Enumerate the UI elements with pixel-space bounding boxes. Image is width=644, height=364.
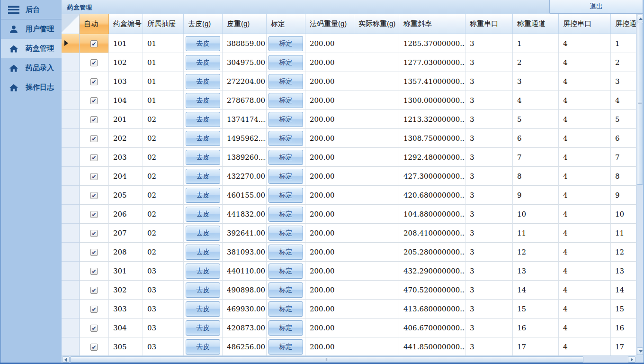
tare-button[interactable]: 去皮 bbox=[186, 339, 220, 355]
column-header[interactable]: 屏控串口 bbox=[559, 14, 611, 34]
weigh-channel-cell: 7 bbox=[513, 148, 559, 167]
header-row: 自动药盒编号所属抽屉去皮(g)皮重(g)标定法码重量(g)实际称重(g)称重斜率… bbox=[62, 14, 636, 34]
auto-checkbox[interactable]: ✔ bbox=[90, 78, 98, 85]
row-header-cell[interactable] bbox=[62, 243, 80, 262]
auto-checkbox[interactable]: ✔ bbox=[90, 173, 98, 180]
column-header[interactable]: 称重通道 bbox=[513, 14, 559, 34]
tare-button[interactable]: 去皮 bbox=[186, 150, 220, 165]
row-header-cell[interactable] bbox=[62, 318, 80, 337]
tare-button[interactable]: 去皮 bbox=[186, 301, 220, 317]
tare-button[interactable]: 去皮 bbox=[186, 74, 220, 89]
row-header-cell[interactable] bbox=[62, 262, 80, 281]
auto-checkbox[interactable]: ✔ bbox=[90, 154, 98, 161]
sidebar-item-operation-log[interactable]: 操作日志 bbox=[1, 78, 62, 97]
auto-checkbox[interactable]: ✔ bbox=[90, 306, 98, 313]
scroll-up-button[interactable] bbox=[637, 15, 643, 22]
row-header-cell[interactable] bbox=[62, 148, 80, 167]
scroll-right-button[interactable] bbox=[628, 356, 635, 363]
row-header-cell[interactable] bbox=[62, 186, 80, 205]
row-header-cell[interactable] bbox=[62, 300, 80, 318]
scroll-down-button[interactable] bbox=[637, 347, 643, 355]
row-header-cell[interactable] bbox=[62, 129, 80, 148]
row-header-cell[interactable] bbox=[62, 281, 80, 300]
row-header-cell[interactable] bbox=[62, 205, 80, 224]
row-header-cell[interactable] bbox=[62, 53, 80, 72]
horizontal-scrollbar[interactable] bbox=[62, 355, 636, 363]
auto-checkbox[interactable]: ✔ bbox=[90, 287, 98, 294]
auto-checkbox[interactable]: ✔ bbox=[90, 268, 98, 275]
calibrate-button[interactable]: 标定 bbox=[268, 320, 303, 336]
screen-port-cell: 4 bbox=[559, 186, 611, 205]
screen-channel-cell: 13 bbox=[611, 262, 636, 281]
vertical-scrollbar[interactable] bbox=[636, 14, 643, 355]
calibrate-button[interactable]: 标定 bbox=[268, 150, 303, 165]
scroll-left-button[interactable] bbox=[62, 356, 70, 363]
sidebar-item-user-management[interactable]: 用户管理 bbox=[1, 19, 62, 39]
calibrate-button[interactable]: 标定 bbox=[268, 226, 303, 241]
auto-checkbox[interactable]: ✔ bbox=[90, 116, 98, 123]
column-header[interactable]: 去皮(g) bbox=[184, 14, 223, 34]
calibrate-button[interactable]: 标定 bbox=[268, 245, 303, 260]
column-header[interactable]: 屏控通道 bbox=[611, 14, 636, 34]
sidebar-item-medicine-entry[interactable]: 药品录入 bbox=[1, 58, 62, 78]
column-header[interactable]: 标定 bbox=[267, 14, 305, 34]
tare-button[interactable]: 去皮 bbox=[186, 282, 220, 298]
calibrate-button[interactable]: 标定 bbox=[268, 282, 303, 298]
auto-checkbox[interactable]: ✔ bbox=[90, 211, 98, 218]
sidebar-item-medicine-box-management[interactable]: 药盒管理 bbox=[1, 39, 62, 58]
row-header-cell[interactable] bbox=[62, 337, 80, 355]
tare-button[interactable]: 去皮 bbox=[186, 226, 220, 241]
row-header-cell[interactable] bbox=[62, 34, 80, 53]
column-header[interactable]: 称重串口 bbox=[465, 14, 513, 34]
column-header[interactable]: 皮重(g) bbox=[223, 14, 267, 34]
auto-checkbox[interactable]: ✔ bbox=[90, 325, 98, 332]
auto-checkbox[interactable]: ✔ bbox=[90, 192, 98, 199]
tare-button[interactable]: 去皮 bbox=[186, 36, 220, 51]
tare-button[interactable]: 去皮 bbox=[186, 169, 220, 184]
column-header[interactable]: 称重斜率 bbox=[399, 14, 465, 34]
auto-checkbox[interactable]: ✔ bbox=[90, 135, 98, 142]
tare-button[interactable]: 去皮 bbox=[186, 264, 220, 279]
tare-button[interactable]: 去皮 bbox=[186, 320, 220, 336]
tare-button[interactable]: 去皮 bbox=[186, 93, 220, 108]
column-header[interactable]: 自动 bbox=[80, 14, 109, 34]
calibrate-button[interactable]: 标定 bbox=[268, 36, 303, 51]
calibrate-button[interactable]: 标定 bbox=[268, 301, 303, 317]
calibrate-button[interactable]: 标定 bbox=[268, 264, 303, 279]
calibrate-button[interactable]: 标定 bbox=[268, 112, 303, 127]
row-header-cell[interactable] bbox=[62, 91, 80, 110]
row-header-cell[interactable] bbox=[62, 72, 80, 91]
column-header[interactable]: 法码重量(g) bbox=[305, 14, 354, 34]
auto-checkbox[interactable]: ✔ bbox=[90, 97, 98, 104]
sidebar-item-backend[interactable]: 后台 bbox=[1, 0, 62, 19]
column-header[interactable]: 实际称重(g) bbox=[354, 14, 399, 34]
column-header[interactable]: 药盒编号 bbox=[109, 14, 143, 34]
calibrate-button[interactable]: 标定 bbox=[268, 131, 303, 146]
tare-button[interactable]: 去皮 bbox=[186, 207, 220, 222]
calibrate-button[interactable]: 标定 bbox=[268, 74, 303, 89]
vertical-scrollbar-thumb[interactable] bbox=[637, 23, 643, 185]
calibrate-button[interactable]: 标定 bbox=[268, 188, 303, 203]
calibrate-button[interactable]: 标定 bbox=[268, 169, 303, 184]
calibrate-button[interactable]: 标定 bbox=[268, 339, 303, 355]
row-header-cell[interactable] bbox=[62, 224, 80, 243]
calibrate-button[interactable]: 标定 bbox=[268, 93, 303, 108]
tare-button[interactable]: 去皮 bbox=[186, 112, 220, 127]
tare-button[interactable]: 去皮 bbox=[186, 245, 220, 260]
calibrate-button[interactable]: 标定 bbox=[268, 207, 303, 222]
calibrate-button[interactable]: 标定 bbox=[268, 55, 303, 70]
auto-checkbox[interactable]: ✔ bbox=[90, 230, 98, 237]
tare-button[interactable]: 去皮 bbox=[186, 131, 220, 146]
select-all-corner-cell[interactable] bbox=[62, 14, 80, 34]
tare-button[interactable]: 去皮 bbox=[186, 55, 220, 70]
auto-checkbox[interactable]: ✔ bbox=[90, 40, 98, 47]
exit-button[interactable]: 退出 bbox=[549, 0, 643, 14]
horizontal-scrollbar-thumb[interactable] bbox=[70, 356, 583, 363]
row-header-cell[interactable] bbox=[62, 167, 80, 186]
auto-checkbox[interactable]: ✔ bbox=[90, 59, 98, 66]
column-header[interactable]: 所属抽屉 bbox=[143, 14, 184, 34]
auto-checkbox[interactable]: ✔ bbox=[90, 344, 98, 351]
tare-button[interactable]: 去皮 bbox=[186, 188, 220, 203]
auto-checkbox[interactable]: ✔ bbox=[90, 249, 98, 256]
row-header-cell[interactable] bbox=[62, 110, 80, 129]
